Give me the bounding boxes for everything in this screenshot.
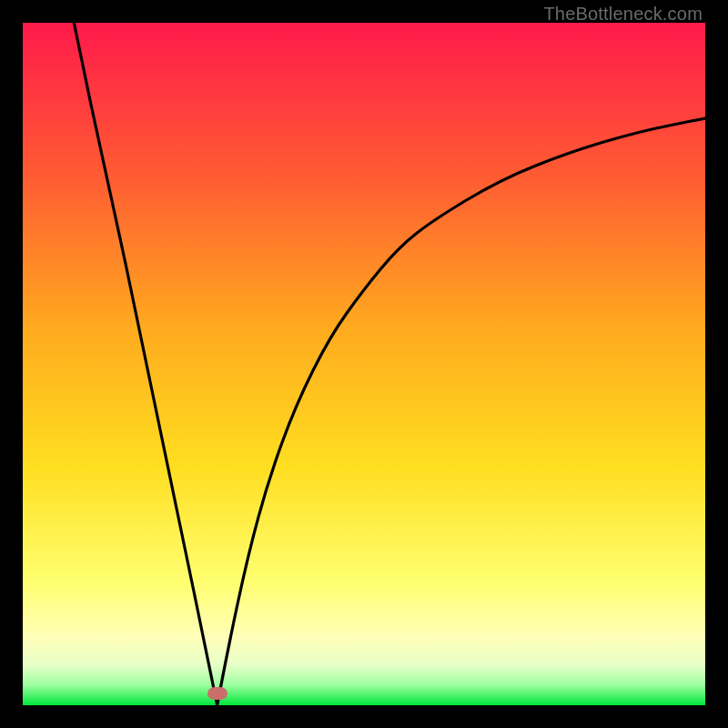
- bottleneck-curve: [23, 23, 705, 705]
- minimum-marker: [207, 687, 228, 700]
- watermark-text: TheBottleneck.com: [543, 4, 703, 25]
- plot-frame: [23, 23, 705, 705]
